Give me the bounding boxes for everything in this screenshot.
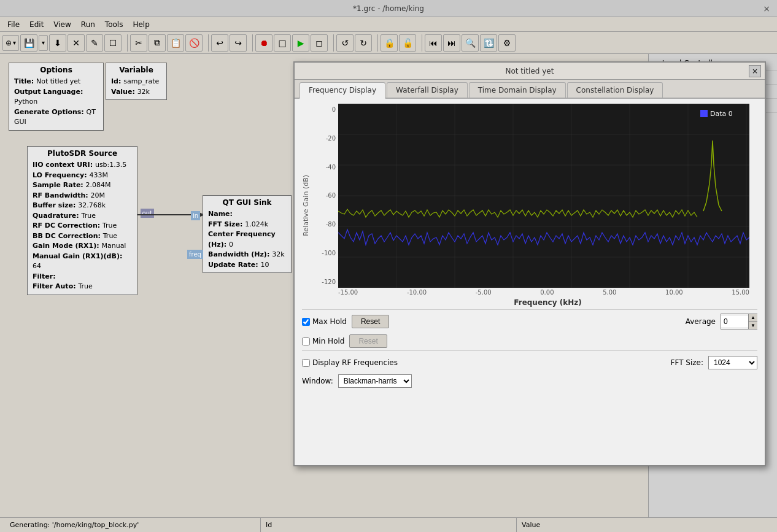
prev-btn[interactable]: ⏮ [425,34,442,52]
status-generating: Generating: '/home/king/top_block.py' [5,518,261,532]
view-btn[interactable]: ☐ [104,34,122,52]
rotate-left-btn[interactable]: ↺ [336,34,354,52]
max-hold-reset-btn[interactable]: Reset [352,315,389,328]
menu-bar: File Edit View Run Tools Help [0,17,777,32]
chart-inner: 0 -20 -40 -60 -80 -100 -120 [312,104,757,307]
undo-btn[interactable]: ↩ [211,34,228,52]
sep2 [205,34,209,52]
sep3 [249,34,253,52]
average-label: Average [686,317,716,326]
max-hold-label[interactable]: Max Hold [302,317,347,326]
delete-icon: 🚫 [189,38,199,48]
qtgui-block-title: QT GUI Sink [208,198,286,207]
delete-btn[interactable]: 🚫 [185,34,203,52]
next-icon: ⏭ [447,38,456,48]
menu-file[interactable]: File [2,19,25,30]
min-hold-label[interactable]: Min Hold [302,337,344,345]
options-block[interactable]: Options Title: Not titled yet Output Lan… [9,63,104,131]
variable-block[interactable]: Variable Id: samp_rate Value: 32k [106,63,167,100]
display-rf-label[interactable]: Display RF Frequencies [302,358,398,367]
display-rf-checkbox[interactable] [302,359,310,367]
tab-frequency-display[interactable]: Frequency Display [300,82,385,99]
unlock-btn[interactable]: 🔓 [399,34,416,52]
add-block-dropdown[interactable]: ⊕ ▾ [2,35,19,51]
next-btn[interactable]: ⏭ [443,34,460,52]
stop-record-btn[interactable]: □ [274,34,291,52]
refresh-btn[interactable]: 🔃 [480,34,497,52]
out-port[interactable]: out [141,209,154,218]
average-input[interactable] [721,316,748,327]
menu-view[interactable]: View [48,19,75,30]
average-spinner[interactable]: ▲ ▼ [721,314,757,330]
tab-constellation-display[interactable]: Constellation Display [567,82,663,98]
paste-btn[interactable]: 📋 [167,34,184,52]
sep1 [124,34,128,52]
tabs-bar: Frequency Display Waterfall Display Time… [295,80,765,99]
chart-wrapper: Relative Gain (dB) 0 -20 -40 -60 -80 -10… [302,104,757,307]
float-close-button[interactable]: × [749,65,761,77]
close-file-btn[interactable]: ✕ [68,34,85,52]
chart-svg: Data 0 [338,104,749,288]
fft-row: FFT Size: 1024 512 2048 4096 [671,356,757,369]
spinner-down-btn[interactable]: ▼ [749,322,757,329]
sep5 [374,34,378,52]
plutosdr-block[interactable]: PlutoSDR Source IIO context URI: usb:1.3… [27,146,137,295]
tab-waterfall-display[interactable]: Waterfall Display [387,82,468,98]
spinner-up-btn[interactable]: ▲ [749,314,757,322]
menu-edit[interactable]: Edit [25,19,48,30]
in-port[interactable]: in [191,211,200,220]
undo-icon: ↩ [216,38,223,48]
lock-btn[interactable]: 🔒 [381,34,398,52]
redo-btn[interactable]: ↪ [230,34,247,52]
toolbar: ⊕ ▾ 💾 ▾ ⬇ ✕ ✎ ☐ ✂ ⧉ 📋 🚫 ↩ ↪ ⏺ □ ▶ [0,32,777,54]
options-row-title: Title: Not titled yet [14,77,98,87]
y-axis-label: Relative Gain (dB) [302,175,310,236]
search-icon: 🔍 [465,38,476,48]
chart-container: Relative Gain (dB) 0 -20 -40 -60 -80 -10… [295,99,765,395]
main-close-button[interactable]: × [761,3,772,14]
run-btn[interactable]: ▶ [292,34,309,52]
rotate-right-btn[interactable]: ↻ [355,34,372,52]
y-ticks: 0 -20 -40 -60 -80 -100 -120 [312,104,336,288]
svg-text:Data 0: Data 0 [710,110,733,118]
save-btn[interactable]: 💾 [20,34,37,52]
copy-btn[interactable]: ⧉ [149,34,166,52]
title-bar: *1.grc - /home/king × [0,0,777,17]
stop-record-icon: □ [279,38,287,48]
float-window: Not titled yet × Frequency Display Water… [293,61,766,466]
max-hold-text: Max Hold [312,317,347,326]
stop-btn[interactable]: ◻ [311,34,328,52]
window-title: *1.grc - /home/king [353,4,424,13]
menu-tools[interactable]: Tools [100,19,128,30]
run-icon: ▶ [298,38,304,48]
menu-run[interactable]: Run [76,19,100,30]
save-icon: 💾 [24,38,34,48]
float-window-title: Not titled yet [506,67,554,75]
max-hold-checkbox[interactable] [302,318,310,326]
freq-port[interactable]: freq [187,250,203,259]
display-rf-text: Display RF Frequencies [312,358,398,367]
variable-block-title: Variable [111,66,161,74]
variable-row-id: Id: samp_rate [111,77,161,87]
menu-help[interactable]: Help [128,19,154,30]
save-dropdown[interactable]: ▾ [39,35,48,51]
import-btn[interactable]: ⬇ [49,34,66,52]
min-hold-reset-btn[interactable]: Reset [349,334,387,348]
settings-btn[interactable]: ⚙ [498,34,516,52]
settings-icon: ⚙ [503,38,511,48]
window-select[interactable]: Blackman-harris Hamming Hann Rectangular [338,374,412,388]
search-btn[interactable]: 🔍 [462,34,479,52]
add-block-icon: ⊕ [6,39,12,47]
fft-select[interactable]: 1024 512 2048 4096 [708,356,757,369]
window-label: Window: [302,377,333,385]
record-btn[interactable]: ⏺ [255,34,273,52]
variable-row-value: Value: 32k [111,87,161,98]
cut-icon: ✂ [135,38,142,48]
qtgui-block[interactable]: QT GUI Sink Name: FFT Size: 1.024k Cente… [203,195,292,273]
min-hold-checkbox[interactable] [302,337,310,345]
controls-row-3: Display RF Frequencies FFT Size: 1024 51… [302,350,757,372]
controls-row-4: Window: Blackman-harris Hamming Hann Rec… [302,372,757,390]
tab-time-domain-display[interactable]: Time Domain Display [469,82,566,98]
edit-btn[interactable]: ✎ [86,34,103,52]
cut-btn[interactable]: ✂ [130,34,147,52]
